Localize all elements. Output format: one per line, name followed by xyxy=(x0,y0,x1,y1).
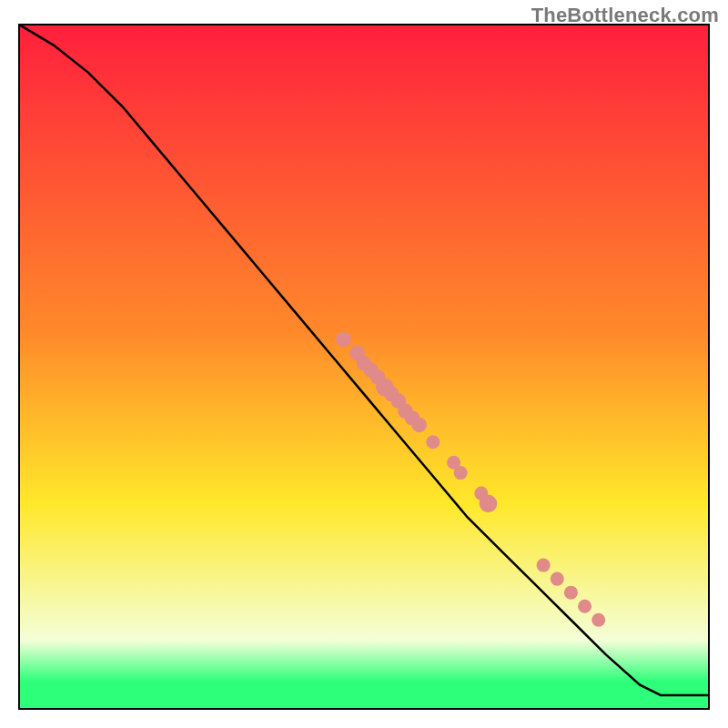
data-dot xyxy=(564,586,578,600)
data-dot xyxy=(551,572,564,586)
data-dot xyxy=(578,600,592,613)
data-dot xyxy=(336,332,351,348)
data-dot xyxy=(426,435,440,449)
data-dot xyxy=(454,466,468,480)
chart-stage: TheBottleneck.com xyxy=(0,0,728,728)
data-dot xyxy=(592,613,605,627)
data-dot xyxy=(480,495,498,513)
data-dot xyxy=(537,559,551,572)
data-dot xyxy=(411,418,427,433)
line-chart xyxy=(0,0,728,728)
